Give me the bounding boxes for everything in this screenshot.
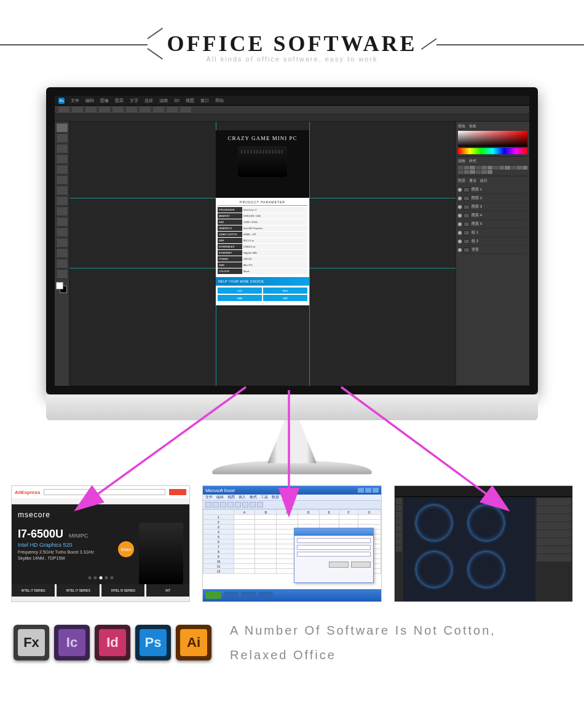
col-header[interactable]: B xyxy=(255,510,277,515)
panel-tab[interactable]: 通道 xyxy=(469,178,476,184)
marquee-tool-icon[interactable] xyxy=(56,133,68,143)
category-strip[interactable]: INTEL I7 SERIES INTEL I7 SERIES INTEL I5… xyxy=(12,584,189,597)
menu-item[interactable]: 滤镜 xyxy=(159,98,168,104)
adjustments-panel[interactable]: 调整 样式 xyxy=(456,157,529,176)
ai-menubar[interactable] xyxy=(395,486,572,497)
find-replace-dialog[interactable] xyxy=(294,528,374,583)
option-chip[interactable] xyxy=(72,107,83,112)
ai-canvas[interactable] xyxy=(403,497,535,601)
layer-row[interactable]: 组 2 xyxy=(458,237,527,246)
tool-icon[interactable] xyxy=(220,502,226,507)
menu-item[interactable]: 图像 xyxy=(100,98,109,104)
excel-toolbar[interactable] xyxy=(203,501,381,509)
menu-item[interactable]: 编辑 xyxy=(216,495,224,500)
tool-icon[interactable] xyxy=(257,502,263,507)
wand-tool-icon[interactable] xyxy=(56,154,68,164)
canvas-document[interactable]: CRAZY GAME MINI PC PRODUCT PARAMETER PRO… xyxy=(216,130,309,305)
visibility-icon[interactable] xyxy=(458,197,462,200)
layers-panel[interactable]: 图层 通道 路径 图层 1图层 2图层 3图层 4图层 5组 1组 2背景 xyxy=(456,176,529,386)
ok-button[interactable] xyxy=(329,562,349,568)
taskbar-item[interactable] xyxy=(241,592,256,599)
layer-row[interactable]: 图层 1 xyxy=(458,186,527,194)
eraser-tool-icon[interactable] xyxy=(56,206,68,216)
ps-options-bar[interactable] xyxy=(55,106,529,114)
ps-menubar[interactable]: Ps 文件 编辑 图像 图层 文字 选择 滤镜 3D 视图 窗口 帮助 xyxy=(55,96,529,106)
visibility-icon[interactable] xyxy=(458,248,462,252)
carousel-dots[interactable] xyxy=(88,576,113,579)
dialog-titlebar[interactable] xyxy=(294,528,373,536)
windows-taskbar[interactable] xyxy=(203,589,381,601)
layer-row[interactable]: 背景 xyxy=(458,246,527,254)
adjustment-grid[interactable] xyxy=(458,166,527,174)
tool-icon[interactable] xyxy=(396,505,402,511)
color-panel[interactable]: 颜色 色板 xyxy=(456,122,529,157)
tool-icon[interactable] xyxy=(213,502,219,507)
find-input[interactable] xyxy=(297,538,371,543)
menu-item[interactable]: 编辑 xyxy=(85,98,94,104)
menu-item[interactable]: 视图 xyxy=(186,98,194,104)
stamp-tool-icon[interactable] xyxy=(56,196,68,206)
eyedropper-tool-icon[interactable] xyxy=(56,175,68,185)
tool-icon[interactable] xyxy=(396,546,402,552)
start-button[interactable] xyxy=(205,592,221,599)
strip-item[interactable]: INTEL I7 SERIES xyxy=(12,584,55,597)
ps-document-tabs[interactable] xyxy=(55,114,529,122)
option-chip[interactable] xyxy=(112,107,124,112)
menu-item[interactable]: 工具 xyxy=(261,495,268,500)
menu-item[interactable]: 文件 xyxy=(205,495,213,500)
menu-item[interactable]: 3D xyxy=(174,98,180,103)
option-chip[interactable] xyxy=(140,107,151,112)
panel-tab[interactable]: 图层 xyxy=(458,178,465,184)
menu-item[interactable]: 格式 xyxy=(250,495,257,500)
layer-row[interactable]: 组 1 xyxy=(458,229,527,237)
panel-tab[interactable]: 样式 xyxy=(469,159,476,164)
option-chip[interactable] xyxy=(167,107,178,112)
option-input[interactable] xyxy=(297,552,371,557)
move-tool-icon[interactable] xyxy=(56,123,68,133)
hand-tool-icon[interactable] xyxy=(56,259,68,268)
col-header[interactable]: F xyxy=(339,510,358,515)
ai-panels[interactable] xyxy=(535,497,572,601)
tool-icon[interactable] xyxy=(396,525,402,531)
tool-icon[interactable] xyxy=(250,502,256,507)
visibility-icon[interactable] xyxy=(458,240,462,243)
option-chip[interactable] xyxy=(153,107,164,112)
panel-row[interactable] xyxy=(537,554,571,562)
tool-icon[interactable] xyxy=(396,539,402,545)
col-header[interactable]: G xyxy=(358,510,381,515)
col-header[interactable]: D xyxy=(298,510,319,515)
tool-icon[interactable] xyxy=(227,502,234,507)
strip-item[interactable]: INTEL I5 SERIES xyxy=(101,584,144,597)
gradient-tool-icon[interactable] xyxy=(56,217,68,227)
panel-tab[interactable]: 颜色 xyxy=(458,123,465,129)
panel-tab[interactable]: 路径 xyxy=(480,178,487,184)
minimize-icon[interactable] xyxy=(358,488,364,493)
visibility-icon[interactable] xyxy=(458,214,462,217)
excel-grid[interactable]: A B C D E F G 1 2 3 4 5 6 7 8 9 10 11 12 xyxy=(203,509,381,589)
col-header[interactable]: E xyxy=(319,510,339,515)
tool-icon[interactable] xyxy=(396,519,402,525)
search-button[interactable] xyxy=(169,489,186,495)
excel-titlebar[interactable]: Microsoft Excel xyxy=(203,486,381,495)
visibility-icon[interactable] xyxy=(458,222,462,226)
taskbar-item[interactable] xyxy=(224,592,239,599)
layer-row[interactable]: 图层 2 xyxy=(458,194,527,203)
panel-row[interactable] xyxy=(537,514,571,522)
visibility-icon[interactable] xyxy=(458,205,462,209)
visibility-icon[interactable] xyxy=(458,231,462,235)
layer-row[interactable]: 图层 5 xyxy=(458,220,527,229)
menu-item[interactable]: 图层 xyxy=(115,98,124,104)
menu-item[interactable]: 帮助 xyxy=(215,98,224,104)
ps-canvas[interactable]: CRAZY GAME MINI PC PRODUCT PARAMETER PRO… xyxy=(69,122,456,386)
search-input[interactable] xyxy=(44,489,165,495)
menu-item[interactable]: 文字 xyxy=(130,98,138,104)
panel-row[interactable] xyxy=(537,530,571,538)
tool-icon[interactable] xyxy=(396,498,402,504)
option-chip[interactable] xyxy=(58,107,69,112)
cancel-button[interactable] xyxy=(351,562,371,568)
lasso-tool-icon[interactable] xyxy=(56,144,68,154)
strip-item[interactable]: INTEL I7 SERIES xyxy=(57,584,100,597)
col-header[interactable]: A xyxy=(234,510,255,515)
tool-icon[interactable] xyxy=(396,512,402,518)
menu-item[interactable]: 插入 xyxy=(239,495,246,500)
